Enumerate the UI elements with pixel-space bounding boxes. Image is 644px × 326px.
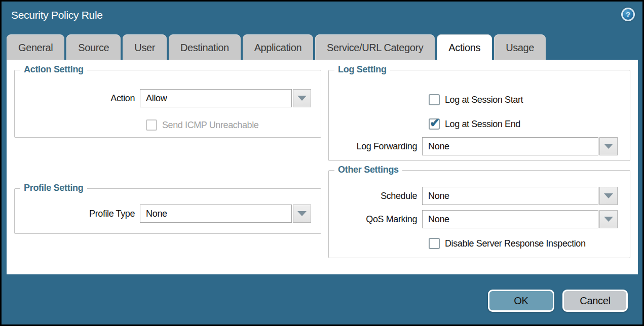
tab-bar: General Source User Destination Applicat…	[7, 34, 638, 60]
schedule-combo-dropdown-button[interactable]	[599, 187, 618, 205]
chevron-down-icon	[297, 211, 307, 216]
log-at-session-start-checkbox[interactable]	[429, 94, 440, 105]
action-combo-value[interactable]: Allow	[140, 89, 292, 107]
tab-content-panel: Action Setting Action Allow Send ICMP Un…	[7, 60, 638, 274]
dialog-title: Security Policy Rule	[11, 9, 103, 21]
chevron-down-icon	[604, 144, 613, 149]
cancel-button[interactable]: Cancel	[562, 290, 628, 312]
other-settings-legend: Other Settings	[334, 165, 402, 175]
action-label: Action	[15, 93, 140, 104]
send-icmp-unreachable-label: Send ICMP Unreachable	[162, 120, 258, 131]
chevron-down-icon	[297, 96, 307, 101]
tab-application[interactable]: Application	[243, 34, 313, 60]
dialog-frame: Security Policy Rule ? General Source Us…	[0, 0, 644, 326]
qos-marking-combo-dropdown-button[interactable]	[599, 210, 618, 228]
log-setting-legend: Log Setting	[334, 64, 390, 75]
tab-actions[interactable]: Actions	[437, 34, 492, 61]
log-forwarding-label: Log Forwarding	[329, 141, 422, 152]
qos-marking-combo-value[interactable]: None	[422, 210, 598, 228]
tab-source[interactable]: Source	[66, 34, 121, 60]
tab-general[interactable]: General	[7, 34, 64, 60]
tab-usage[interactable]: Usage	[494, 34, 546, 60]
tab-destination[interactable]: Destination	[169, 34, 241, 60]
log-at-session-end-checkbox[interactable]	[429, 118, 440, 130]
log-forwarding-combo-dropdown-button[interactable]	[599, 137, 618, 155]
send-icmp-unreachable-checkbox	[146, 119, 157, 131]
ok-button[interactable]: OK	[488, 290, 554, 312]
log-at-session-start-label: Log at Session Start	[445, 95, 523, 105]
profile-setting-group: Profile Setting Profile Type None	[14, 188, 321, 234]
profile-type-label: Profile Type	[15, 209, 140, 219]
help-icon[interactable]: ?	[621, 8, 635, 21]
log-at-session-end-label: Log at Session End	[445, 119, 520, 130]
disable-server-response-inspection-label: Disable Server Response Inspection	[445, 238, 586, 249]
tab-user[interactable]: User	[123, 34, 167, 60]
chevron-down-icon	[604, 217, 613, 222]
action-combo-dropdown-button[interactable]	[293, 89, 311, 107]
action-setting-group: Action Setting Action Allow Send ICMP Un…	[14, 70, 321, 138]
log-setting-group: Log Setting Log at Session Start Log at …	[328, 70, 630, 161]
disable-server-response-inspection-checkbox[interactable]	[429, 238, 440, 249]
tab-service-url-category[interactable]: Service/URL Category	[315, 34, 435, 60]
action-setting-legend: Action Setting	[20, 64, 87, 75]
profile-type-combo-dropdown-button[interactable]	[293, 205, 311, 223]
other-settings-group: Other Settings Schedule None QoS Marking…	[328, 170, 630, 258]
qos-marking-label: QoS Marking	[329, 214, 422, 225]
chevron-down-icon	[604, 193, 613, 198]
log-forwarding-combo-value[interactable]: None	[422, 137, 598, 155]
profile-setting-legend: Profile Setting	[20, 183, 87, 193]
profile-type-combo-value[interactable]: None	[140, 205, 292, 223]
schedule-combo-value[interactable]: None	[422, 187, 598, 205]
security-policy-rule-dialog: Security Policy Rule ? General Source Us…	[2, 2, 642, 324]
schedule-label: Schedule	[329, 191, 422, 201]
